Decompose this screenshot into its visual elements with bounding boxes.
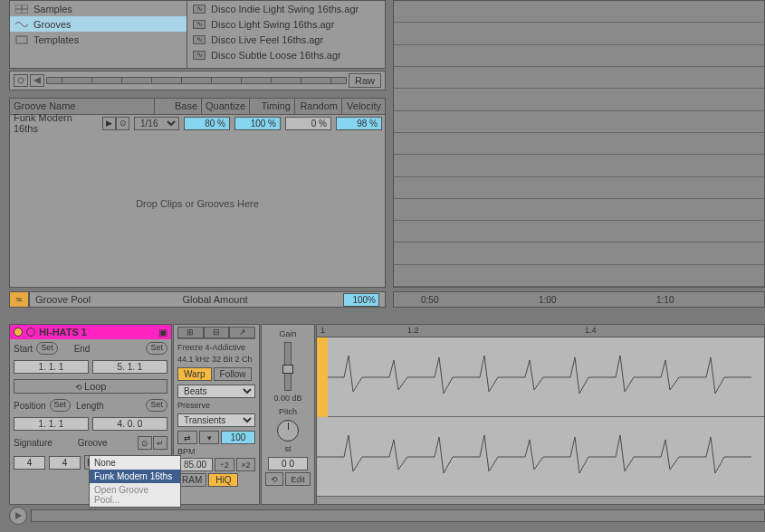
col-base: Base bbox=[155, 99, 202, 114]
groove-quantize[interactable]: 80 % bbox=[184, 117, 230, 130]
browser-file-list: ∿Disco Indie Light Swing 16ths.agr ∿Disc… bbox=[186, 0, 386, 69]
sample-box: ⊞ ⊟ ↗ Freeze 4-Addictive 44.1 kHz 32 Bit… bbox=[173, 324, 260, 505]
double-tempo-button[interactable]: ×2 bbox=[236, 458, 255, 471]
sample-freeze-line: Freeze 4-Addictive bbox=[177, 342, 255, 354]
gain-db: 0.00 dB bbox=[273, 393, 301, 404]
browser-cat-grooves[interactable]: Grooves bbox=[10, 16, 186, 32]
arrangement-view[interactable] bbox=[393, 0, 765, 288]
groove-commit-button[interactable]: ↵ bbox=[153, 436, 167, 450]
play-button[interactable] bbox=[9, 507, 27, 525]
groove-pool-label: Groove Pool bbox=[35, 294, 91, 305]
groove-timing[interactable]: 100 % bbox=[234, 117, 281, 130]
sig-numerator[interactable]: 4 bbox=[14, 456, 45, 470]
raw-button[interactable]: Raw bbox=[349, 73, 381, 88]
warp-mode-select[interactable]: Beats bbox=[177, 385, 255, 398]
browser-label: Grooves bbox=[33, 19, 72, 30]
groove-random[interactable]: 0 % bbox=[285, 117, 331, 130]
preserve-select[interactable]: Transients bbox=[177, 413, 255, 427]
dropdown-item-selected[interactable]: Funk Modern 16ths bbox=[90, 470, 180, 483]
gain-slider[interactable] bbox=[284, 342, 292, 391]
global-amount-value[interactable]: 100% bbox=[343, 293, 379, 307]
groove-pool: Groove Name Base Quantize Timing Random … bbox=[9, 98, 386, 288]
start-label: Start bbox=[14, 344, 33, 354]
half-tempo-button[interactable]: ÷2 bbox=[215, 458, 234, 471]
ram-button[interactable]: RAM bbox=[177, 473, 206, 487]
browser-cat-samples[interactable]: Samples bbox=[10, 1, 186, 16]
groove-base-select[interactable]: 1/16 bbox=[134, 117, 179, 130]
length-value[interactable]: 4. 0. 0 bbox=[92, 417, 167, 431]
preview-ruler: Raw bbox=[9, 71, 386, 90]
file-item[interactable]: ∿Disco Live Feel 16ths.agr bbox=[187, 32, 385, 47]
position-value[interactable]: 1. 1. 1 bbox=[14, 417, 89, 431]
svg-marker-5 bbox=[33, 77, 41, 84]
wave-channel-left bbox=[317, 337, 764, 417]
groove-name[interactable]: Funk Modern 16ths bbox=[10, 115, 100, 131]
warp-button[interactable]: Warp bbox=[177, 367, 212, 381]
svg-point-4 bbox=[18, 78, 24, 83]
pitch-label: Pitch bbox=[279, 406, 297, 418]
warp-marker[interactable] bbox=[317, 337, 328, 417]
pitch-knob[interactable] bbox=[277, 420, 299, 442]
groove-dropdown: None Funk Modern 16ths Open Groove Pool.… bbox=[89, 455, 181, 508]
sample-info-line: 44.1 kHz 32 Bit 2 Ch bbox=[177, 354, 255, 366]
end-label: End bbox=[74, 344, 91, 354]
clip-activator-icon[interactable] bbox=[14, 328, 23, 337]
sample-tab-env[interactable]: ⊟ bbox=[204, 327, 230, 338]
col-random: Random bbox=[295, 99, 342, 114]
dropdown-item-none[interactable]: None bbox=[90, 456, 180, 470]
gain-box: Gain 0.00 dB Pitch st 0 0 ⟲ Edit bbox=[261, 324, 315, 505]
grid-icon bbox=[15, 5, 28, 14]
set-start-button[interactable]: Set bbox=[36, 342, 58, 355]
clip-name: HI-HATS 1 bbox=[39, 327, 87, 337]
browser-sidebar: Samples Grooves Templates bbox=[9, 0, 186, 69]
file-item[interactable]: ∿Disco Light Swing 16ths.agr bbox=[187, 16, 385, 32]
preserve-label: Preserve bbox=[177, 400, 255, 412]
loop-button[interactable]: ⟲ Loop bbox=[14, 379, 167, 394]
preview-play-button[interactable] bbox=[14, 74, 28, 87]
groove-file-icon: ∿ bbox=[193, 20, 206, 29]
edit-button[interactable]: Edit bbox=[285, 472, 311, 486]
set-end-button[interactable]: Set bbox=[146, 342, 167, 355]
set-length-button[interactable]: Set bbox=[146, 399, 167, 412]
file-item[interactable]: ∿Disco Subtle Loose 16ths.agr bbox=[187, 47, 385, 62]
wave-icon bbox=[15, 20, 28, 29]
position-label: Position bbox=[14, 401, 46, 411]
clip-header[interactable]: HI-HATS 1 ▣ bbox=[10, 325, 171, 339]
gain-label: Gain bbox=[279, 328, 296, 340]
transpose-value[interactable]: 0 0 bbox=[268, 457, 308, 470]
sig-denominator[interactable]: 4 bbox=[49, 456, 81, 470]
preview-scrub[interactable] bbox=[46, 77, 347, 84]
groove-velocity[interactable]: 98 % bbox=[336, 117, 382, 130]
transient-env-button[interactable]: ▾ bbox=[199, 431, 219, 444]
granulation-value[interactable]: 100 bbox=[221, 431, 255, 444]
start-value[interactable]: 1. 1. 1 bbox=[14, 360, 89, 374]
clip-color-icon bbox=[26, 328, 35, 337]
groove-hot-swap-button[interactable]: ⊙ bbox=[138, 436, 152, 450]
bpm-value[interactable]: 85.00 bbox=[177, 458, 213, 471]
file-item[interactable]: ∿Disco Indie Light Swing 16ths.agr bbox=[187, 1, 385, 16]
reverse-button[interactable]: ⟲ bbox=[265, 472, 283, 486]
browser-label: Samples bbox=[33, 4, 72, 14]
preview-headphones-button[interactable] bbox=[30, 74, 44, 87]
groove-row: Funk Modern 16ths ▶ ⊙ 1/16 80 % 100 % 0 … bbox=[10, 115, 385, 131]
groove-save-button[interactable]: ⊙ bbox=[116, 117, 129, 130]
set-position-button[interactable]: Set bbox=[50, 399, 72, 412]
end-value[interactable]: 5. 1. 1 bbox=[92, 360, 167, 374]
follow-button[interactable]: Follow bbox=[214, 367, 253, 381]
sample-tab-clip[interactable]: ⊞ bbox=[177, 327, 204, 338]
clip-expand-icon[interactable]: ▣ bbox=[158, 327, 167, 338]
transient-loop-button[interactable]: ⇄ bbox=[177, 431, 197, 444]
sample-tab-notes[interactable]: ↗ bbox=[229, 327, 255, 338]
hiq-button[interactable]: HiQ bbox=[208, 473, 238, 487]
groove-drop-zone[interactable]: Drop Clips or Grooves Here bbox=[10, 131, 385, 276]
dropdown-item-open-pool[interactable]: Open Groove Pool... bbox=[90, 483, 180, 507]
groove-file-icon: ∿ bbox=[193, 35, 206, 44]
arrangement-ruler[interactable]: 0:50 1:00 1:10 bbox=[393, 291, 765, 308]
groove-preview-button[interactable]: ▶ bbox=[102, 117, 116, 130]
col-quantize: Quantize bbox=[202, 99, 250, 114]
browser-cat-templates[interactable]: Templates bbox=[10, 32, 186, 47]
groove-pool-toggle[interactable]: ≈ bbox=[9, 291, 29, 308]
horizontal-scrollbar[interactable] bbox=[31, 509, 765, 522]
col-velocity: Velocity bbox=[342, 99, 385, 114]
waveform-area[interactable]: 1 1.2 1.4 bbox=[316, 324, 765, 505]
